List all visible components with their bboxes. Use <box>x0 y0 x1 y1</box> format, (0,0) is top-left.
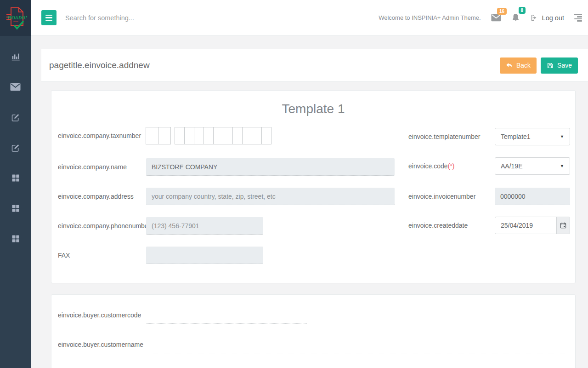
topbar: Welcome to INSPINIA+ Admin Theme. 16 8 <box>31 0 588 36</box>
page-actions: Back Save <box>500 58 578 74</box>
envelope-icon <box>10 83 21 91</box>
fax-label: FAX <box>58 247 146 264</box>
taxnumber-cell[interactable] <box>252 127 262 144</box>
company-address-input[interactable] <box>146 188 395 205</box>
calendar-icon <box>560 222 567 229</box>
back-button-label: Back <box>516 62 531 69</box>
invoicenumber-input[interactable] <box>495 188 570 205</box>
svg-text:online: online <box>13 20 18 23</box>
logout-label: Log out <box>542 14 564 22</box>
fax-input[interactable] <box>146 247 263 264</box>
taxnumber-cell[interactable] <box>204 127 214 144</box>
templatenumber-select[interactable]: Template1 ▼ <box>495 128 570 145</box>
floppy-disk-icon <box>547 62 554 69</box>
chevron-down-icon: ▼ <box>560 134 564 139</box>
buyer-customername-input[interactable] <box>147 336 570 353</box>
company-phone-label: einvoice.company.phonenumber <box>58 217 146 235</box>
alert-count-badge: 8 <box>519 7 526 14</box>
sidebar-item-module-2[interactable] <box>0 193 31 224</box>
right-sidebar-toggle[interactable] <box>574 14 582 22</box>
sidebar-item-invoice-edit-1[interactable] <box>0 102 31 132</box>
templatenumber-label: einvoice.templatenumber <box>408 128 493 145</box>
company-name-label: einvoice.company.name <box>58 158 146 176</box>
page-title: pagetitle.einvoice.addnew <box>49 60 150 70</box>
buyer-panel: einvoice.buyer.customercode einvoice.buy… <box>51 294 576 368</box>
sidebar-toggle-button[interactable] <box>41 10 57 25</box>
grid-icon <box>11 173 20 183</box>
datepicker-button[interactable] <box>556 217 570 234</box>
welcome-message: Welcome to INSPINIA+ Admin Theme. <box>379 14 481 21</box>
taxnumber-label: einvoice.company.taxnumber <box>58 127 146 144</box>
page-heading-bar: pagetitle.einvoice.addnew Back Save <box>41 49 588 82</box>
mail-menu[interactable]: 16 <box>491 14 501 22</box>
grid-icon <box>11 234 20 243</box>
createddate-field <box>495 217 570 234</box>
topbar-right: Welcome to INSPINIA+ Admin Theme. 16 8 <box>379 13 588 23</box>
taxnumber-cell[interactable] <box>242 127 252 144</box>
edit-icon <box>11 143 20 153</box>
taxnumber-cell[interactable] <box>194 127 204 144</box>
code-select[interactable]: AA/19E ▼ <box>495 157 570 175</box>
bell-icon <box>511 13 520 23</box>
required-mark: (*) <box>448 162 455 170</box>
sidebar-item-module-1[interactable] <box>0 163 31 193</box>
buyer-customercode-input[interactable] <box>147 306 307 324</box>
taxnumber-cell[interactable] <box>213 127 223 144</box>
code-label: einvoice.code(*) <box>408 157 493 175</box>
sidebar-item-module-3[interactable] <box>0 224 31 254</box>
save-button-label: Save <box>557 62 572 69</box>
templatenumber-value: Template1 <box>501 133 531 140</box>
taxnumber-cell[interactable] <box>232 127 243 144</box>
taxnumber-segmented-input <box>146 127 271 144</box>
grid-icon <box>11 204 20 213</box>
logout-icon <box>530 14 538 22</box>
taxnumber-cell[interactable] <box>223 127 233 144</box>
taxnumber-cell[interactable] <box>184 127 194 144</box>
logout-button[interactable]: Log out <box>530 14 564 22</box>
sidebar-item-mailbox[interactable] <box>0 72 31 102</box>
sidebar-item-invoice-edit-2[interactable] <box>0 132 31 163</box>
hoadon-logo-icon: HOADON online <box>4 4 27 32</box>
brand-logo[interactable]: HOADON online <box>0 0 31 36</box>
back-button[interactable]: Back <box>500 58 537 74</box>
company-address-label: einvoice.company.address <box>58 188 146 205</box>
taxnumber-cell[interactable] <box>146 127 158 144</box>
sidebar: HOADON online <box>0 0 31 368</box>
company-invoice-panel: Template 1 einvoice.company.taxnumber ei… <box>51 90 576 283</box>
createddate-label: einvoice.createddate <box>408 217 493 234</box>
taxnumber-cell[interactable] <box>175 127 185 144</box>
createddate-input[interactable] <box>495 217 556 234</box>
template-heading: Template 1 <box>51 102 575 116</box>
save-button[interactable]: Save <box>541 58 578 74</box>
reply-arrow-icon <box>506 62 513 69</box>
company-name-input[interactable] <box>146 158 395 176</box>
sidebar-item-dashboard[interactable] <box>0 41 31 72</box>
alerts-menu[interactable]: 8 <box>511 13 520 23</box>
search-input[interactable] <box>65 14 217 22</box>
chevron-down-icon: ▼ <box>560 164 564 168</box>
layout-bars-icon <box>574 14 582 15</box>
company-phone-input[interactable] <box>146 217 263 235</box>
bar-chart-icon <box>11 52 21 62</box>
edit-icon <box>11 113 20 122</box>
code-value: AA/19E <box>501 162 522 170</box>
taxnumber-cell[interactable] <box>158 127 171 144</box>
svg-text:HOADON: HOADON <box>7 15 27 20</box>
mail-count-badge: 16 <box>497 8 506 15</box>
mail-icon <box>491 14 501 22</box>
sidebar-menu <box>0 36 31 254</box>
taxnumber-cell[interactable] <box>261 127 271 144</box>
invoicenumber-label: einvoice.invoicenumber <box>408 188 493 205</box>
app-window: HOADON online <box>0 0 588 368</box>
